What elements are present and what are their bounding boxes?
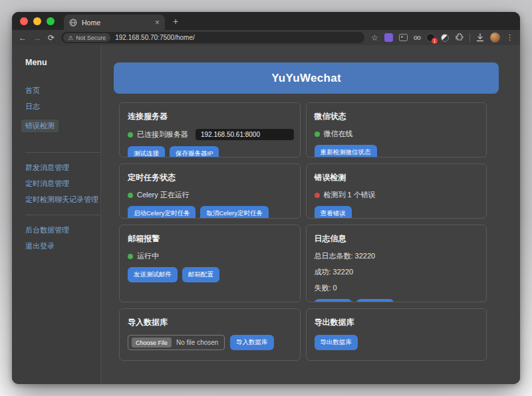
page-content: Menu 首页 日志 错误检测 群发消息管理 定时消息管理 定时检测聊天记录管理… bbox=[12, 45, 520, 384]
browser-toolbar: ← → ⟳ ⚠ Not Secure 192.168.50.70:7500/ho… bbox=[12, 30, 520, 45]
wechat-status-card: 微信状态 微信在线 重新检测微信状态 bbox=[306, 102, 487, 157]
wechat-status-text: 微信在线 bbox=[324, 129, 353, 139]
export-database-button[interactable]: 导出数据库 bbox=[315, 335, 358, 350]
extension-notifications-icon[interactable]: 1 bbox=[426, 33, 435, 42]
app-title: YuYuWechat bbox=[271, 72, 341, 85]
export-database-card: 导出数据库 导出数据库 bbox=[306, 308, 487, 361]
sidebar-divider bbox=[25, 152, 100, 153]
card-grid: 连接服务器 已连接到服务器 测试连接 保存服务器IP 微信状态 bbox=[119, 102, 487, 361]
tab-strip: Home × + bbox=[12, 12, 520, 30]
tab-favicon-globe-icon bbox=[69, 19, 77, 27]
test-connection-button[interactable]: 测试连接 bbox=[128, 146, 165, 157]
clear-logs-button[interactable]: 清空日志 bbox=[356, 299, 394, 302]
not-secure-chip[interactable]: ⚠ Not Secure bbox=[63, 33, 110, 42]
no-file-chosen-text: No file chosen bbox=[176, 339, 218, 346]
file-input[interactable]: Choose File No file chosen bbox=[128, 335, 225, 350]
status-dot-green bbox=[128, 254, 133, 259]
card-title: 定时任务状态 bbox=[128, 172, 292, 183]
sidebar-item-scheduled-message[interactable]: 定时消息管理 bbox=[25, 180, 91, 187]
cancel-celery-button[interactable]: 取消Celery定时任务 bbox=[200, 206, 268, 219]
send-test-email-button[interactable]: 发送测试邮件 bbox=[128, 267, 178, 282]
extension-leaf-icon[interactable] bbox=[441, 34, 449, 42]
main-content: YuYuWechat 连接服务器 已连接到服务器 测试连接 保存服务器IP bbox=[101, 45, 520, 384]
tab-home[interactable]: Home × bbox=[64, 15, 165, 30]
error-detection-card: 错误检测 检测到 1 个错误 查看错误 bbox=[306, 163, 487, 219]
extension-mail-icon[interactable] bbox=[399, 34, 408, 41]
card-title: 导入数据库 bbox=[128, 317, 292, 328]
forward-icon[interactable]: → bbox=[33, 34, 41, 42]
extension-binoculars-icon[interactable]: oo bbox=[414, 34, 420, 41]
card-title: 导出数据库 bbox=[315, 317, 479, 328]
tab-close-icon[interactable]: × bbox=[155, 19, 160, 27]
status-dot-green bbox=[128, 193, 133, 198]
sidebar: Menu 首页 日志 错误检测 群发消息管理 定时消息管理 定时检测聊天记录管理… bbox=[12, 45, 101, 384]
choose-file-button[interactable]: Choose File bbox=[132, 338, 172, 347]
recheck-wechat-status-button[interactable]: 重新检测微信状态 bbox=[315, 145, 377, 157]
server-ip-input[interactable] bbox=[196, 129, 294, 140]
card-title: 微信状态 bbox=[315, 111, 479, 122]
email-status-text: 运行中 bbox=[137, 251, 159, 261]
log-total-line: 总日志条数: 32220 bbox=[315, 251, 479, 261]
email-alert-card: 邮箱报警 运行中 发送测试邮件 邮箱配置 bbox=[119, 225, 301, 302]
log-failure-line: 失败: 0 bbox=[315, 283, 479, 293]
card-title: 邮箱报警 bbox=[128, 233, 292, 245]
browser-window: Home × + ← → ⟳ ⚠ Not Secure 192.168.50.7… bbox=[12, 12, 520, 384]
toolbar-divider bbox=[469, 33, 470, 42]
celery-status-text: Celery 正在运行 bbox=[137, 190, 190, 200]
email-config-button[interactable]: 邮箱配置 bbox=[182, 267, 219, 282]
app-banner: YuYuWechat bbox=[114, 62, 499, 94]
error-status-text: 检测到 1 个错误 bbox=[324, 190, 376, 200]
status-dot-green bbox=[128, 132, 133, 138]
server-status-text: 已连接到服务器 bbox=[137, 130, 188, 140]
toolbar-right-icons: ☆ oo 1 ⋮ bbox=[371, 33, 513, 43]
back-icon[interactable]: ← bbox=[19, 34, 27, 42]
reload-icon[interactable]: ⟳ bbox=[48, 34, 55, 42]
not-secure-label: Not Secure bbox=[76, 35, 106, 41]
sidebar-item-logout[interactable]: 退出登录 bbox=[25, 243, 91, 250]
minimize-window-button[interactable] bbox=[33, 17, 41, 25]
celery-status-card: 定时任务状态 Celery 正在运行 启动Celery定时任务 取消Celery… bbox=[119, 163, 301, 219]
url-text[interactable]: 192.168.50.70:7500/home/ bbox=[115, 34, 195, 41]
status-dot-red bbox=[315, 193, 320, 198]
view-logs-button[interactable]: 查看日志 bbox=[315, 299, 352, 302]
profile-avatar[interactable] bbox=[490, 33, 500, 43]
new-tab-button[interactable]: + bbox=[173, 16, 178, 27]
log-info-card: 日志信息 总日志条数: 32220 成功: 32220 失败: 0 查看日志 清… bbox=[306, 225, 487, 302]
extension-password-icon[interactable] bbox=[384, 33, 393, 42]
sidebar-item-logs[interactable]: 日志 bbox=[25, 103, 91, 110]
card-title: 连接服务器 bbox=[128, 111, 292, 122]
tab-title: Home bbox=[82, 19, 150, 27]
status-dot-green bbox=[315, 132, 320, 137]
card-title: 错误检测 bbox=[315, 172, 479, 183]
bookmark-star-icon[interactable]: ☆ bbox=[371, 34, 378, 42]
address-bar[interactable]: ⚠ Not Secure 192.168.50.70:7500/home/ bbox=[61, 32, 364, 43]
start-celery-button[interactable]: 启动Celery定时任务 bbox=[128, 206, 196, 219]
server-connection-card: 连接服务器 已连接到服务器 测试连接 保存服务器IP bbox=[119, 102, 301, 157]
sidebar-header: Menu bbox=[25, 58, 91, 67]
view-errors-button[interactable]: 查看错误 bbox=[315, 206, 352, 219]
import-database-button[interactable]: 导入数据库 bbox=[230, 335, 274, 350]
sidebar-item-admin[interactable]: 后台数据管理 bbox=[25, 227, 91, 234]
sidebar-item-bulk-message[interactable]: 群发消息管理 bbox=[25, 164, 91, 171]
close-window-button[interactable] bbox=[20, 17, 28, 25]
downloads-icon[interactable] bbox=[476, 33, 484, 42]
sidebar-item-home[interactable]: 首页 bbox=[25, 87, 91, 94]
sidebar-item-error-detection[interactable]: 错误检测 bbox=[21, 120, 59, 132]
sidebar-divider bbox=[25, 215, 100, 215]
browser-menu-icon[interactable]: ⋮ bbox=[506, 33, 513, 42]
card-title: 日志信息 bbox=[315, 233, 479, 245]
zoom-window-button[interactable] bbox=[47, 17, 55, 25]
extension-badge: 1 bbox=[432, 38, 438, 44]
import-database-card: 导入数据库 Choose File No file chosen 导入数据库 bbox=[119, 308, 301, 361]
warning-icon: ⚠ bbox=[68, 35, 73, 41]
traffic-lights bbox=[20, 17, 64, 25]
extensions-puzzle-icon[interactable] bbox=[455, 33, 464, 42]
save-server-ip-button[interactable]: 保存服务器IP bbox=[170, 146, 219, 157]
sidebar-item-chat-check[interactable]: 定时检测聊天记录管理 bbox=[25, 196, 91, 203]
log-success-line: 成功: 32220 bbox=[315, 267, 479, 277]
